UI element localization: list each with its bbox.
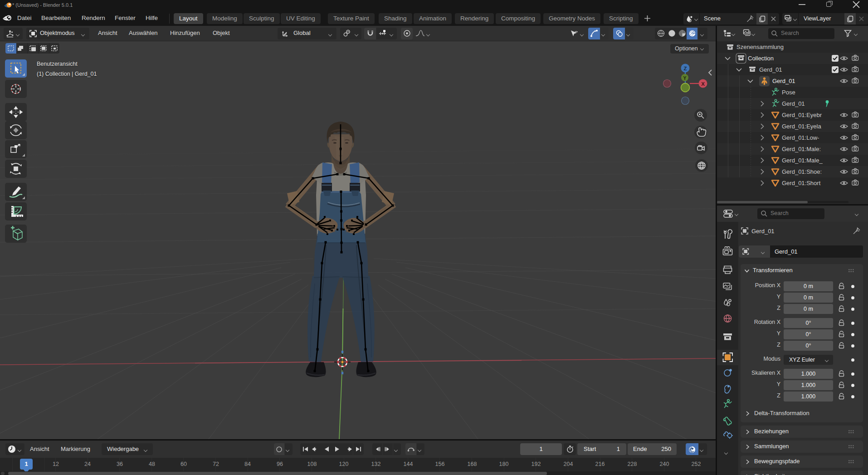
svg-text:Y: Y: [683, 75, 686, 81]
svg-text:X: X: [701, 81, 705, 87]
svg-text:Z: Z: [683, 66, 687, 71]
